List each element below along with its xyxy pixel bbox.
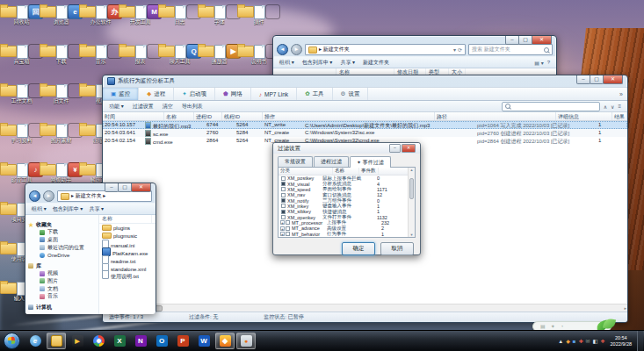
toolbar-button[interactable]: 过滤设置 xyxy=(133,103,154,111)
taskbar-app-button[interactable] xyxy=(89,333,108,349)
address-dropdown-icon[interactable]: ▾ xyxy=(453,47,456,53)
expander-icon[interactable]: + xyxy=(280,232,285,236)
desktop-icon[interactable]: 工作文档 xyxy=(2,81,41,120)
nav-item[interactable]: 音乐 xyxy=(28,292,98,300)
checkbox[interactable] xyxy=(281,215,286,219)
nav-item[interactable]: 下载 xyxy=(28,229,98,237)
toolbar-button[interactable]: 导出列表 xyxy=(182,103,203,111)
column-header[interactable]: 分类 xyxy=(279,168,333,175)
toolbar-button[interactable]: 新建文件夹 xyxy=(363,59,389,67)
tray-icon[interactable]: ◧ xyxy=(592,339,597,344)
tab-overflow-icon[interactable]: » xyxy=(615,91,627,97)
view-icon[interactable]: ▤ ▾ xyxy=(534,60,543,66)
tray-icon[interactable]: ▲ xyxy=(558,339,563,344)
maximize-button[interactable]: ▢ xyxy=(590,75,604,84)
widget-icon[interactable]: ▤ xyxy=(540,324,546,329)
minimize-button[interactable]: – xyxy=(505,36,519,45)
nav-item[interactable]: 文档 xyxy=(28,285,98,293)
taskbar-app-button[interactable] xyxy=(47,333,66,349)
log-row[interactable]: 20:54:03.641 sc.exe 2760 5284 NT_create … xyxy=(103,129,627,137)
nav-item[interactable]: 最近访问的位置 xyxy=(28,244,98,252)
tray-icon[interactable]: ❖ xyxy=(600,339,604,344)
tray-icon[interactable]: ■ xyxy=(573,339,576,344)
toolbar-button[interactable]: 清空 xyxy=(163,103,173,111)
checkbox[interactable] xyxy=(281,193,286,197)
expander-icon[interactable]: + xyxy=(280,226,285,231)
tray-icon[interactable]: ◆ xyxy=(566,339,570,344)
widget-icon[interactable]: ◔ xyxy=(561,324,564,329)
desktop-icon[interactable]: 下载 xyxy=(41,41,81,81)
horizontal-scrollbar[interactable]: ◂ ▸ xyxy=(103,304,627,312)
checkbox[interactable] xyxy=(286,232,290,236)
checkbox[interactable] xyxy=(281,182,286,186)
tab[interactable]: ✿工具 xyxy=(297,88,332,100)
checkbox[interactable] xyxy=(281,210,286,214)
vertical-scrollbar[interactable]: ▲ ▼ xyxy=(408,168,415,237)
nav-item[interactable]: 视频 xyxy=(28,270,98,278)
scroll-up-icon[interactable]: ▲ xyxy=(410,168,414,172)
log-row[interactable]: 20:54:10.157 最好的我们.mp3 6744 5264 NT_writ… xyxy=(103,121,627,129)
checkbox[interactable] xyxy=(286,220,290,225)
desktop-icon[interactable]: 办 办公软件 xyxy=(81,2,120,41)
checkbox[interactable] xyxy=(286,226,290,231)
taskbar-app-button[interactable]: O xyxy=(152,333,171,349)
forward-icon[interactable]: ► xyxy=(291,44,302,55)
desktop-icon[interactable]: 学习资料 xyxy=(2,120,41,160)
tab[interactable]: ⚙设置 xyxy=(333,88,369,100)
address-bar[interactable]: ▸ 新建文件夹 ▾ ⟳ xyxy=(305,44,466,55)
close-button[interactable]: ✕ xyxy=(603,75,623,84)
back-icon[interactable]: ◄ xyxy=(277,44,288,55)
taskbar-clock[interactable]: 20:54 2022/9/28 xyxy=(611,335,632,347)
ok-button[interactable]: 确定 xyxy=(342,242,375,255)
column-header[interactable]: 进程ID xyxy=(194,112,222,120)
taskbar-app-button[interactable]: X xyxy=(110,333,129,349)
column-header[interactable]: 结果 xyxy=(612,112,627,120)
column-header[interactable]: 路径 xyxy=(435,112,556,120)
column-header[interactable]: 名称 xyxy=(99,215,152,223)
search-prev-icon[interactable]: ∧ xyxy=(604,104,607,110)
tab[interactable]: ◆进程 xyxy=(139,88,174,100)
forward-icon[interactable]: ► xyxy=(43,190,54,202)
nav-item[interactable]: 桌面 xyxy=(28,236,98,244)
column-header[interactable]: 名称 xyxy=(164,112,194,120)
taskbar-app-button[interactable]: N xyxy=(131,333,150,349)
toolbar-button[interactable]: 共享 ▾ xyxy=(340,59,355,67)
nav-item[interactable]: 图片 xyxy=(28,277,98,285)
minimize-button[interactable]: – xyxy=(576,75,590,84)
tray-icon[interactable]: ✉ xyxy=(585,339,590,344)
close-button[interactable]: ✕ xyxy=(131,183,151,192)
desktop-icon[interactable]: 回 回收站 xyxy=(2,2,41,41)
maximize-button[interactable]: ▢ xyxy=(118,183,132,192)
search-box[interactable]: 搜索 新建文件夹 xyxy=(468,44,553,55)
scroll-right-icon[interactable]: ▸ xyxy=(624,305,626,311)
toolbar-button[interactable]: 功能 ▾ xyxy=(109,103,124,111)
checkbox[interactable] xyxy=(281,204,286,208)
tab[interactable]: ♪MP7 Link xyxy=(251,88,297,100)
toolbar-button[interactable]: 包含到库中 ▾ xyxy=(302,59,333,67)
column-header[interactable]: 事件数 xyxy=(359,168,379,175)
expander-icon[interactable]: + xyxy=(280,220,285,225)
column-header[interactable]: 操作 xyxy=(263,112,435,120)
taskbar-app-button[interactable]: ▶ xyxy=(68,333,87,349)
cancel-button[interactable]: 取消 xyxy=(380,242,414,255)
nav-item[interactable]: 计算机 xyxy=(28,304,98,312)
help-icon[interactable]: ? xyxy=(547,60,550,66)
nav-item[interactable]: OneDrive xyxy=(28,251,98,259)
close-icon[interactable]: ✕ xyxy=(402,144,416,153)
file-row[interactable]: 使用说明.txt xyxy=(99,271,156,279)
back-icon[interactable]: ◄ xyxy=(29,190,40,202)
minimize-button[interactable]: – xyxy=(105,183,119,192)
search-next-icon[interactable]: ∨ xyxy=(611,104,614,110)
scroll-down-icon[interactable]: ▼ xyxy=(409,233,415,237)
desktop-icon[interactable]: M 开发工具 xyxy=(120,2,160,41)
checkbox[interactable] xyxy=(281,198,286,203)
tab[interactable]: ✦启动项 xyxy=(174,88,215,100)
toolbar-button[interactable]: 包含到库中 ▾ xyxy=(53,205,83,213)
desktop-icon[interactable]: 字体 xyxy=(199,2,239,41)
taskbar-app-button[interactable]: e xyxy=(25,333,45,349)
minimize-button[interactable]: – xyxy=(389,144,401,153)
widget-icon[interactable]: ✦ xyxy=(551,324,555,329)
dialog-tab[interactable]: ✦ 事件过滤 xyxy=(350,156,391,168)
checkbox[interactable] xyxy=(281,187,286,191)
close-button[interactable]: ✕ xyxy=(532,36,552,45)
